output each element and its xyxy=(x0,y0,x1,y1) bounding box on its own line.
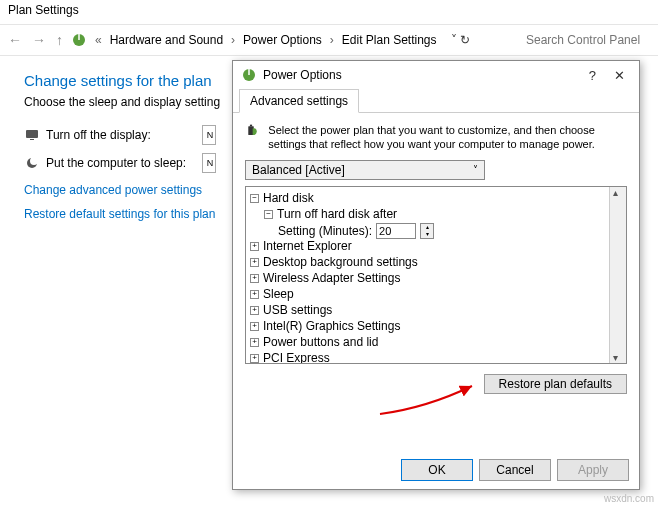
apply-button[interactable]: Apply xyxy=(557,459,629,481)
expand-icon[interactable]: + xyxy=(250,258,259,267)
expand-icon[interactable]: + xyxy=(250,338,259,347)
window-titlebar: Plan Settings xyxy=(0,0,658,24)
breadcrumb-chevron-icon: › xyxy=(328,33,336,47)
expand-icon[interactable]: + xyxy=(250,274,259,283)
spin-up-icon: ▴ xyxy=(421,224,433,231)
nav-up-icon[interactable]: ↑ xyxy=(54,32,65,48)
tree-intel-graphics[interactable]: +Intel(R) Graphics Settings xyxy=(250,319,605,335)
tree-sleep[interactable]: +Sleep xyxy=(250,287,605,303)
battery-leaf-icon xyxy=(245,123,260,151)
tree-desktop-background[interactable]: +Desktop background settings xyxy=(250,255,605,271)
sleep-dropdown[interactable]: N xyxy=(202,153,216,173)
svg-rect-1 xyxy=(26,130,38,138)
tree-hard-disk[interactable]: −Hard disk xyxy=(250,191,605,207)
ok-button[interactable]: OK xyxy=(401,459,473,481)
collapse-icon[interactable]: − xyxy=(250,194,259,203)
window-title: Plan Settings xyxy=(8,3,79,17)
minutes-input[interactable] xyxy=(376,223,416,239)
tree-setting-minutes: Setting (Minutes): ▴▾ xyxy=(250,223,605,239)
plan-dropdown[interactable]: Balanced [Active] ˅ xyxy=(245,160,485,180)
dialog-titlebar: Power Options ? ✕ xyxy=(233,61,639,89)
expand-icon[interactable]: + xyxy=(250,354,259,363)
dialog-description: Select the power plan that you want to c… xyxy=(268,123,627,152)
nav-forward-icon[interactable]: → xyxy=(30,32,48,48)
tree-pci-express[interactable]: +PCI Express xyxy=(250,351,605,363)
cancel-button[interactable]: Cancel xyxy=(479,459,551,481)
dialog-title: Power Options xyxy=(263,68,342,82)
spin-down-icon: ▾ xyxy=(421,231,433,238)
display-dropdown[interactable]: N xyxy=(202,125,216,145)
dialog-button-row: OK Cancel Apply xyxy=(401,459,629,481)
tree-scrollbar[interactable] xyxy=(609,187,626,363)
nav-back-icon[interactable]: ← xyxy=(6,32,24,48)
tab-advanced-settings[interactable]: Advanced settings xyxy=(239,89,359,113)
tree-usb-settings[interactable]: +USB settings xyxy=(250,303,605,319)
setting-label: Setting (Minutes): xyxy=(278,224,372,238)
watermark: wsxdn.com xyxy=(604,493,654,504)
expand-icon[interactable]: + xyxy=(250,242,259,251)
breadcrumb-1[interactable]: Hardware and Sound xyxy=(110,33,223,47)
close-icon[interactable]: ✕ xyxy=(608,68,631,83)
dialog-description-row: Select the power plan that you want to c… xyxy=(245,123,627,152)
moon-icon xyxy=(24,155,40,171)
monitor-icon xyxy=(24,127,40,143)
power-options-dialog: Power Options ? ✕ Advanced settings Sele… xyxy=(232,60,640,490)
display-label: Turn off the display: xyxy=(46,128,151,142)
breadcrumb-3[interactable]: Edit Plan Settings xyxy=(342,33,437,47)
power-plan-icon xyxy=(71,32,87,48)
breadcrumb-2[interactable]: Power Options xyxy=(243,33,322,47)
svg-rect-7 xyxy=(250,125,252,127)
expand-icon[interactable]: + xyxy=(250,290,259,299)
settings-tree: −Hard disk −Turn off hard disk after Set… xyxy=(245,186,627,364)
tree-turn-off-hdd[interactable]: −Turn off hard disk after xyxy=(250,207,605,223)
collapse-icon[interactable]: − xyxy=(264,210,273,219)
search-input[interactable] xyxy=(522,29,652,51)
sleep-label: Put the computer to sleep: xyxy=(46,156,186,170)
expand-icon[interactable]: + xyxy=(250,322,259,331)
tree-internet-explorer[interactable]: +Internet Explorer xyxy=(250,239,605,255)
expand-icon[interactable]: + xyxy=(250,306,259,315)
tree-power-buttons-lid[interactable]: +Power buttons and lid xyxy=(250,335,605,351)
breadcrumb-chevron-icon: › xyxy=(229,33,237,47)
svg-rect-2 xyxy=(30,139,34,140)
tab-strip: Advanced settings xyxy=(233,89,639,113)
help-icon[interactable]: ? xyxy=(583,68,602,83)
chevron-down-icon: ˅ xyxy=(473,164,478,175)
restore-plan-defaults-button[interactable]: Restore plan defaults xyxy=(484,374,627,394)
breadcrumb-sep: « xyxy=(93,33,104,47)
tree-wireless-adapter[interactable]: +Wireless Adapter Settings xyxy=(250,271,605,287)
spinner-buttons[interactable]: ▴▾ xyxy=(420,223,434,239)
power-options-icon xyxy=(241,67,257,83)
dialog-body: Select the power plan that you want to c… xyxy=(233,113,639,374)
plan-dropdown-value: Balanced [Active] xyxy=(252,163,345,177)
svg-point-4 xyxy=(30,157,38,165)
breadcrumb-bar: ← → ↑ « Hardware and Sound › Power Optio… xyxy=(0,24,658,56)
refresh-dropdown-icon[interactable]: ˅ ↻ xyxy=(451,33,470,47)
